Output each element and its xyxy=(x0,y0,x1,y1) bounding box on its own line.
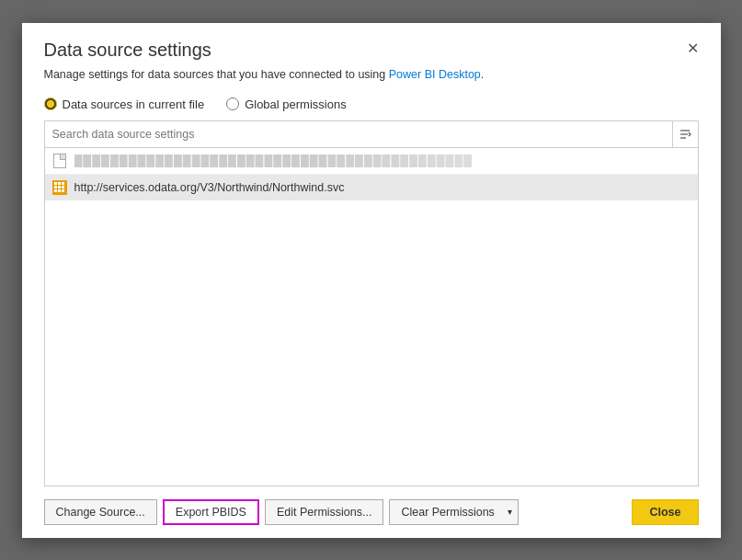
close-button[interactable]: Close xyxy=(632,499,698,525)
radio-group: Data sources in current file Global perm… xyxy=(22,94,721,120)
radio-current-file[interactable]: Data sources in current file xyxy=(44,97,205,111)
radio-global-permissions-label: Global permissions xyxy=(245,97,347,111)
item-text-blurred: ████████████████████████████████████████… xyxy=(74,154,474,167)
radio-global-permissions[interactable]: Global permissions xyxy=(226,97,347,111)
title-bar: Data source settings ✕ xyxy=(22,23,721,68)
change-source-button[interactable]: Change Source... xyxy=(44,499,157,525)
footer-buttons: Change Source... Export PBIDS Edit Permi… xyxy=(22,486,721,538)
clear-permissions-group: Clear Permissions ▾ xyxy=(389,499,518,525)
subtitle-text: Manage settings for data sources that yo… xyxy=(44,68,485,81)
search-input[interactable] xyxy=(45,121,672,147)
sort-icon xyxy=(679,128,691,141)
data-source-settings-dialog: Data source settings ✕ Manage settings f… xyxy=(22,23,721,538)
radio-global-permissions-input[interactable] xyxy=(226,97,239,110)
item-text-odata: http://services.odata.org/V3/Northwind/N… xyxy=(74,181,345,194)
radio-current-file-input[interactable] xyxy=(44,97,57,110)
sort-button[interactable] xyxy=(672,121,698,147)
dialog-title: Data source settings xyxy=(44,40,211,61)
odata-icon xyxy=(52,180,67,195)
data-source-list: ████████████████████████████████████████… xyxy=(44,148,699,486)
search-row xyxy=(44,120,699,148)
radio-current-file-label: Data sources in current file xyxy=(63,97,205,111)
subtitle: Manage settings for data sources that yo… xyxy=(22,68,721,94)
close-x-button[interactable]: ✕ xyxy=(683,41,702,56)
list-item[interactable]: http://services.odata.org/V3/Northwind/N… xyxy=(45,175,698,200)
edit-permissions-button[interactable]: Edit Permissions... xyxy=(265,499,384,525)
clear-permissions-dropdown-button[interactable]: ▾ xyxy=(502,499,519,525)
file-icon xyxy=(52,154,67,168)
clear-permissions-button[interactable]: Clear Permissions xyxy=(389,499,501,525)
export-pbids-button[interactable]: Export PBIDS xyxy=(163,499,259,525)
power-bi-link[interactable]: Power BI Desktop xyxy=(389,68,481,81)
list-item[interactable]: ████████████████████████████████████████… xyxy=(45,148,698,175)
